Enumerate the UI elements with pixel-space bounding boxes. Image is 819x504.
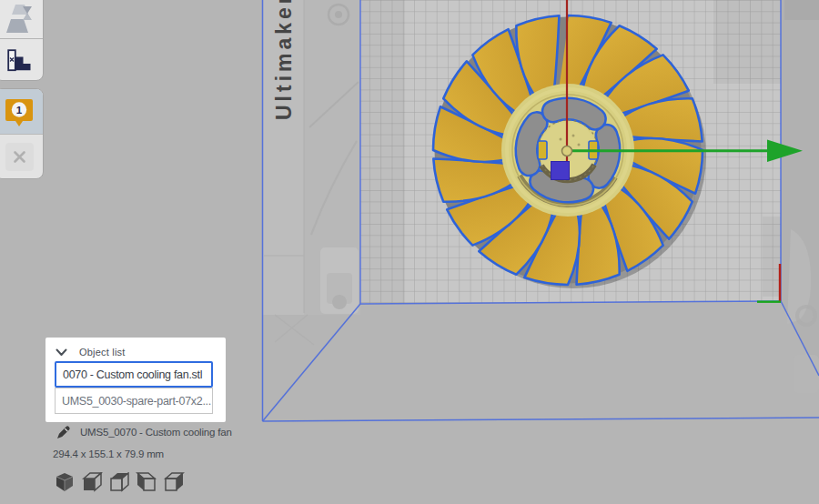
warning-marker-icon: 1 bbox=[4, 96, 35, 127]
top-view-button[interactable] bbox=[108, 472, 130, 492]
mirror-tool-button[interactable] bbox=[0, 1, 43, 38]
model-name-line: UMS5_0070 - Custom cooling fan bbox=[56, 425, 232, 439]
object-item-label: 0070 - Custom cooling fan.stl bbox=[63, 368, 202, 381]
printer-frame-left: Ultimaker bbox=[262, 0, 360, 345]
z-axis-handle[interactable] bbox=[551, 162, 570, 180]
per-model-settings-button[interactable] bbox=[0, 39, 43, 81]
tool-panel-top bbox=[0, 0, 44, 81]
right-side-view-button[interactable] bbox=[163, 472, 185, 492]
object-list-title: Object list bbox=[79, 347, 126, 358]
close-icon bbox=[13, 150, 26, 164]
object-list-item[interactable]: UMS5_0030-spare-part-07x2... bbox=[55, 388, 213, 414]
camera-view-buttons bbox=[54, 472, 185, 492]
object-item-label: UMS5_0030-spare-part-07x2... bbox=[62, 395, 211, 408]
close-message-button[interactable] bbox=[0, 135, 43, 178]
warning-marker-button[interactable]: 1 bbox=[0, 89, 43, 135]
front-view-button[interactable] bbox=[81, 472, 103, 492]
chevron-down-icon bbox=[56, 348, 67, 357]
mirror-icon bbox=[4, 5, 35, 35]
3d-view-button[interactable] bbox=[54, 472, 76, 492]
left-side-view-button[interactable] bbox=[136, 472, 157, 492]
model-dimensions: 294.4 x 155.1 x 79.9 mm bbox=[53, 449, 164, 459]
model-name: UMS5_0070 - Custom cooling fan bbox=[80, 427, 232, 438]
tool-panel-messages: 1 bbox=[0, 88, 44, 179]
pencil-icon[interactable] bbox=[56, 425, 71, 439]
printer-brand-text: Ultimaker bbox=[272, 0, 296, 120]
cura-viewport: Ultimaker bbox=[0, 0, 819, 504]
object-list-header[interactable]: Object list bbox=[56, 345, 126, 359]
gizmo-center-handle[interactable] bbox=[562, 146, 572, 156]
object-list-panel: Object list 0070 - Custom cooling fan.st… bbox=[46, 338, 226, 422]
object-list-item-selected[interactable]: 0070 - Custom cooling fan.stl bbox=[55, 361, 213, 388]
per-model-settings-icon bbox=[7, 49, 31, 72]
marker-count: 1 bbox=[16, 105, 23, 116]
